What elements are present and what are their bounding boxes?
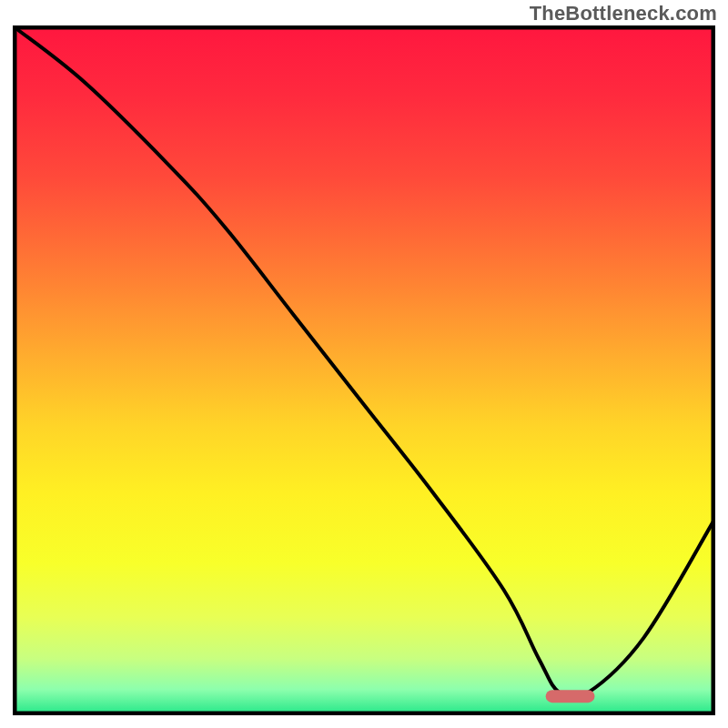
watermark-text: TheBottleneck.com [530,2,717,25]
svg-rect-1 [546,690,595,703]
svg-rect-0 [15,27,713,713]
chart-svg [13,25,715,715]
chart-plot [13,25,715,715]
chart-container: TheBottleneck.com [0,0,728,728]
